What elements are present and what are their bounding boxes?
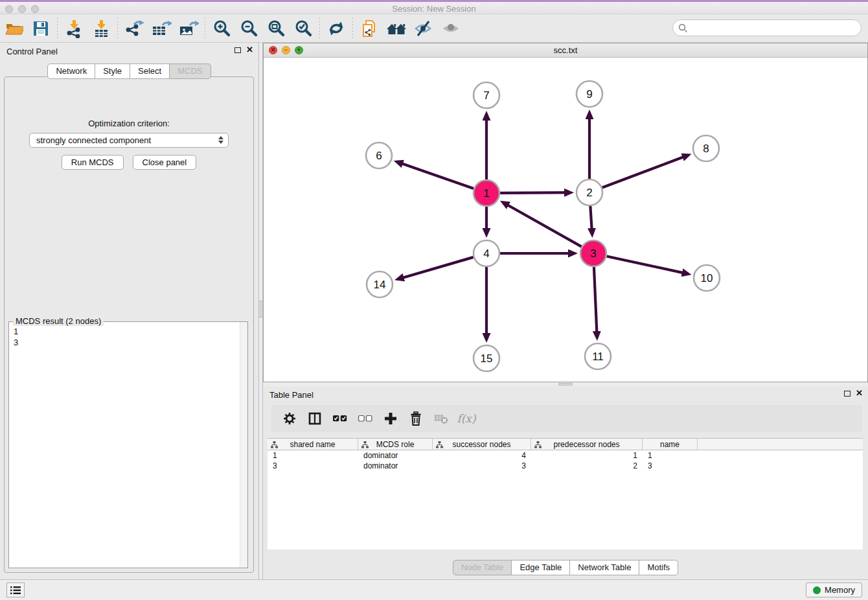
- run-mcds-button[interactable]: Run MCDS: [62, 155, 124, 170]
- tab-edge-table[interactable]: Edge Table: [512, 560, 570, 575]
- table-cell[interactable]: 3: [433, 461, 531, 470]
- gear-icon[interactable]: [282, 412, 297, 425]
- column-header-shared-name[interactable]: shared name: [268, 439, 358, 450]
- table-cell[interactable]: 3: [643, 461, 698, 470]
- vertical-splitter[interactable]: [258, 43, 263, 579]
- split-columns-icon[interactable]: [308, 412, 322, 425]
- graph-edge-3-11[interactable]: [594, 267, 597, 338]
- table-cell[interactable]: dominator: [358, 461, 433, 470]
- table-cell[interactable]: 4: [433, 451, 531, 460]
- graph-edge-3-1[interactable]: [503, 202, 581, 246]
- search-field[interactable]: [672, 19, 862, 36]
- table-panel: Table Panel ✕: [263, 386, 868, 579]
- export-network-icon[interactable]: [120, 17, 148, 40]
- zoom-in-icon[interactable]: [208, 17, 235, 40]
- mcds-result-box: MCDS result (2 nodes) 13: [8, 321, 248, 568]
- zoom-out-icon[interactable]: [235, 17, 262, 40]
- optimization-criterion-select[interactable]: strongly connected component: [29, 133, 229, 148]
- open-file-icon[interactable]: [0, 17, 27, 40]
- graph-edge-3-10[interactable]: [607, 256, 689, 273]
- node-table: shared name MCDS role successor nodes pr…: [268, 438, 863, 549]
- graph-node-label: 10: [701, 272, 713, 284]
- table-row[interactable]: 3dominator323: [268, 461, 863, 471]
- import-network-icon[interactable]: [60, 17, 87, 40]
- graph-node-3[interactable]: 3: [580, 240, 606, 266]
- network-canvas[interactable]: 7968124314101511: [264, 58, 867, 382]
- graph-edge-4-14[interactable]: [398, 257, 474, 279]
- mcds-result-list[interactable]: 13: [9, 323, 240, 568]
- search-input[interactable]: [688, 21, 861, 34]
- graph-node-9[interactable]: 9: [577, 81, 602, 107]
- tab-node-table[interactable]: Node Table: [453, 560, 512, 575]
- graph-edge-1-6[interactable]: [396, 162, 474, 189]
- tab-network[interactable]: Network: [47, 63, 95, 79]
- add-column-icon[interactable]: [383, 412, 398, 425]
- function-builder-icon[interactable]: f(x): [459, 412, 474, 425]
- table-row[interactable]: 1dominator411: [268, 450, 863, 461]
- zoom-selected-icon[interactable]: [290, 17, 317, 40]
- graph-node-7[interactable]: 7: [474, 82, 499, 108]
- graph-node-10[interactable]: 10: [694, 265, 720, 291]
- network-window-title: scc.txt: [264, 45, 867, 55]
- zoom-fit-icon[interactable]: [262, 17, 290, 40]
- table-cell[interactable]: 2: [531, 461, 643, 470]
- toolbar-separator: [117, 17, 118, 40]
- close-panel-button[interactable]: Close panel: [133, 155, 197, 170]
- graph-node-1[interactable]: 1: [474, 180, 499, 206]
- graph-node-8[interactable]: 8: [693, 135, 719, 161]
- graph-node-4[interactable]: 4: [474, 240, 499, 266]
- graph-edge-2-8[interactable]: [602, 155, 689, 187]
- tab-mcds[interactable]: MCDS: [170, 63, 211, 79]
- tab-network-table[interactable]: Network Table: [570, 560, 639, 575]
- export-table-icon[interactable]: [148, 17, 175, 40]
- column-header-successor-nodes[interactable]: successor nodes: [433, 439, 531, 450]
- tab-style[interactable]: Style: [95, 63, 130, 79]
- splitter-grip[interactable]: [259, 301, 262, 317]
- table-header-row: shared name MCDS role successor nodes pr…: [268, 438, 863, 450]
- select-all-columns-icon[interactable]: [333, 414, 347, 423]
- graph-node-14[interactable]: 14: [367, 271, 393, 297]
- graph-edge-1-2[interactable]: [500, 192, 571, 193]
- column-header-mcds-role[interactable]: MCDS role: [358, 439, 433, 450]
- table-panel-header: Table Panel ✕: [263, 386, 868, 403]
- table-cell[interactable]: 1: [531, 451, 643, 460]
- graph-edge-2-3[interactable]: [590, 206, 592, 235]
- save-session-icon[interactable]: [27, 17, 54, 40]
- refresh-icon[interactable]: [323, 17, 350, 40]
- table-cell[interactable]: 3: [268, 461, 358, 470]
- memory-button[interactable]: Memory: [806, 583, 862, 597]
- float-panel-icon[interactable]: [844, 391, 851, 397]
- mcds-tab-content: Optimization criterion: strongly connect…: [4, 76, 254, 573]
- graph-node-2[interactable]: 2: [577, 179, 602, 205]
- graph-node-label: 14: [374, 279, 386, 291]
- graph-node-11[interactable]: 11: [585, 343, 611, 369]
- table-cell[interactable]: 1: [643, 451, 698, 460]
- column-header-predecessor-nodes[interactable]: predecessor nodes: [531, 439, 643, 450]
- show-all-icon[interactable]: [437, 17, 464, 40]
- export-image-icon[interactable]: [175, 17, 202, 40]
- float-panel-icon[interactable]: [234, 47, 241, 53]
- delete-table-icon[interactable]: [434, 412, 448, 425]
- deselect-all-columns-icon[interactable]: [358, 414, 372, 423]
- import-table-icon[interactable]: [87, 17, 115, 40]
- table-cell[interactable]: 1: [268, 451, 358, 460]
- graph-node-15[interactable]: 15: [474, 345, 499, 371]
- splitter-grip[interactable]: [558, 383, 573, 386]
- task-history-button[interactable]: [6, 583, 25, 597]
- hide-selected-icon[interactable]: [410, 17, 437, 40]
- graph-node-label: 15: [481, 352, 493, 365]
- column-header-name[interactable]: name: [643, 439, 698, 450]
- close-panel-icon[interactable]: ✕: [246, 47, 253, 53]
- toolbar-separator: [205, 17, 205, 40]
- table-body: 1dominator4113dominator323: [268, 450, 863, 471]
- result-scrollbar[interactable]: [240, 322, 247, 568]
- graph-node-6[interactable]: 6: [366, 143, 392, 168]
- network-window-titlebar: ✕ − + scc.txt: [264, 43, 867, 58]
- tab-select[interactable]: Select: [130, 63, 170, 79]
- home-icon[interactable]: [383, 17, 410, 40]
- close-panel-icon[interactable]: ✕: [856, 390, 863, 397]
- tab-motifs[interactable]: Motifs: [639, 560, 678, 575]
- table-cell[interactable]: dominator: [358, 451, 433, 460]
- delete-column-icon[interactable]: [409, 411, 423, 426]
- copy-style-icon[interactable]: [356, 17, 383, 40]
